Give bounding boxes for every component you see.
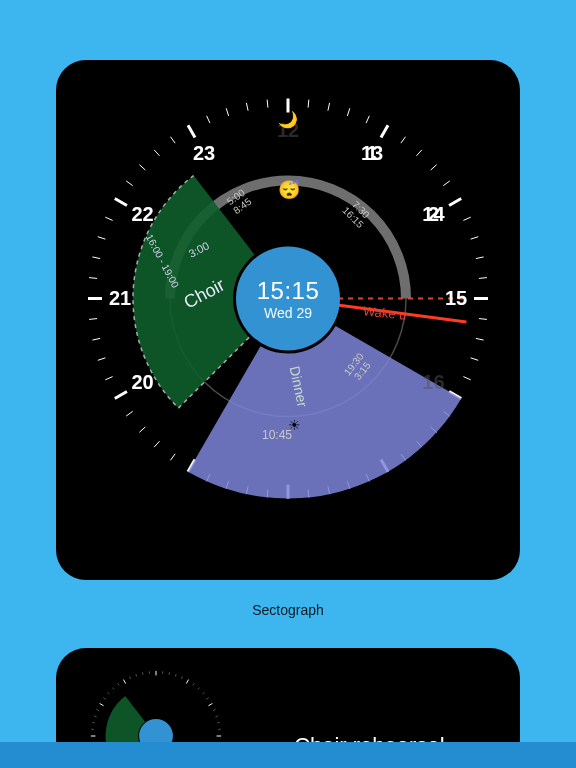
svg-line-11: [463, 217, 470, 220]
svg-line-119: [130, 677, 131, 679]
svg-line-111: [94, 716, 96, 717]
svg-line-10: [449, 199, 461, 206]
sleep-icon: 😴: [278, 179, 300, 201]
svg-line-17: [476, 338, 484, 340]
svg-line-14: [479, 278, 487, 279]
moon-icon: 🌙: [278, 110, 298, 129]
svg-line-1: [308, 100, 309, 108]
widget-label: Sectograph: [0, 602, 576, 618]
svg-line-53: [154, 150, 159, 156]
svg-line-18: [471, 358, 479, 360]
svg-line-43: [92, 338, 100, 340]
svg-line-114: [103, 698, 105, 700]
svg-line-112: [97, 710, 99, 711]
sun-icon: ☀︎: [288, 417, 301, 433]
svg-line-40: [115, 392, 127, 399]
svg-line-59: [267, 100, 268, 108]
svg-line-65: [169, 672, 170, 675]
svg-line-36: [170, 454, 175, 460]
svg-line-39: [126, 411, 132, 416]
clock-date: Wed 29: [264, 305, 312, 321]
svg-line-66: [175, 674, 176, 676]
svg-line-70: [198, 688, 200, 690]
bottom-bar: [0, 742, 576, 768]
svg-line-68: [186, 680, 188, 684]
svg-line-116: [112, 688, 114, 690]
svg-line-2: [328, 103, 330, 111]
svg-line-5: [381, 125, 388, 137]
svg-line-74: [213, 710, 215, 711]
svg-line-75: [215, 716, 217, 717]
svg-line-38: [139, 427, 145, 432]
svg-line-6: [401, 137, 406, 143]
svg-line-13: [476, 257, 484, 259]
svg-line-76: [217, 722, 220, 723]
svg-line-42: [98, 358, 106, 360]
svg-line-9: [443, 181, 449, 186]
svg-line-57: [226, 108, 228, 116]
svg-line-19: [463, 377, 470, 380]
svg-line-110: [92, 722, 95, 723]
svg-line-67: [181, 677, 182, 679]
svg-line-73: [208, 703, 212, 705]
svg-line-72: [207, 698, 209, 700]
sectograph-widget[interactable]: 20212223121514131612 Choir 16:00 - 19:00…: [56, 60, 520, 580]
svg-line-54: [170, 137, 175, 143]
svg-line-47: [92, 257, 100, 259]
svg-line-37: [154, 441, 159, 447]
svg-line-71: [202, 692, 204, 694]
svg-line-3: [347, 108, 349, 116]
svg-line-55: [188, 125, 195, 137]
svg-line-48: [98, 237, 106, 239]
svg-line-12: [471, 237, 479, 239]
svg-line-113: [100, 703, 104, 705]
svg-line-56: [207, 116, 210, 123]
svg-line-115: [108, 692, 110, 694]
svg-line-51: [126, 181, 132, 186]
svg-line-120: [136, 674, 137, 676]
clock-time: 15:15: [257, 277, 320, 305]
svg-line-49: [105, 217, 112, 220]
svg-line-41: [105, 377, 112, 380]
svg-line-118: [123, 680, 125, 684]
clock-dial[interactable]: 20212223121514131612 Choir 16:00 - 19:00…: [73, 84, 503, 514]
svg-line-58: [246, 103, 248, 111]
svg-line-44: [89, 319, 97, 320]
svg-line-52: [139, 165, 145, 170]
svg-line-46: [89, 278, 97, 279]
svg-line-16: [479, 319, 487, 320]
svg-line-7: [416, 150, 421, 156]
svg-line-117: [118, 683, 120, 685]
svg-line-8: [431, 165, 437, 170]
svg-line-121: [142, 672, 143, 675]
svg-line-69: [193, 683, 195, 685]
clock-center[interactable]: 15:15 Wed 29: [236, 247, 340, 351]
svg-line-50: [115, 199, 127, 206]
svg-line-4: [366, 116, 369, 123]
